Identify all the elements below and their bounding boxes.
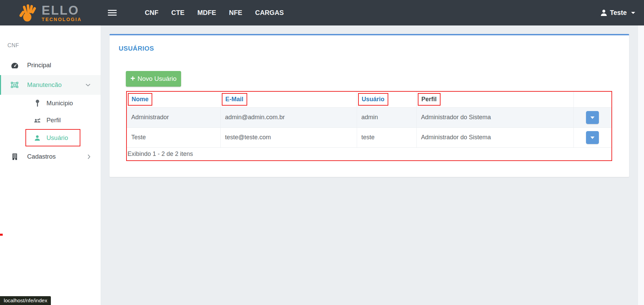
hand-icon: [19, 4, 39, 22]
row-actions-dropdown-button[interactable]: [586, 111, 599, 124]
annotation-red-dash: [0, 234, 3, 236]
chevron-down-icon: [85, 84, 91, 87]
column-header-perfil: Perfil: [418, 93, 441, 106]
object-group-icon: [10, 81, 19, 89]
cell-perfil: Administrador do Sistema: [416, 107, 573, 127]
hamburger-icon[interactable]: [108, 7, 119, 19]
main-nav: CNF CTE MDFE NFE CARGAS: [138, 0, 290, 25]
sidebar-item-label: Manutencão: [27, 81, 62, 89]
row-actions-dropdown-button[interactable]: [586, 131, 599, 144]
annotation-box-table: Nome E-Mail Usuário Perfil Administrador…: [126, 91, 612, 161]
building-icon: [10, 153, 19, 160]
caret-down-icon: [590, 116, 594, 119]
nav-item-nfe[interactable]: NFE: [222, 9, 249, 17]
cell-usuario: teste: [357, 127, 416, 147]
user-menu[interactable]: Teste: [600, 9, 636, 17]
sidebar-item-principal[interactable]: Principal: [0, 55, 101, 75]
new-user-button[interactable]: + Novo Usuário: [126, 71, 181, 87]
table-row: Teste teste@teste.com teste Administrado…: [127, 127, 611, 147]
main-content: USUÁRIOS + Novo Usuário Nome E-Mail Usuá…: [101, 25, 638, 305]
chevron-down-icon: [631, 12, 635, 14]
dashboard-gauge-icon: [10, 62, 19, 69]
column-header-email[interactable]: E-Mail: [222, 93, 247, 106]
users-icon: [34, 117, 41, 123]
sidebar-item-municipio[interactable]: Municipio: [0, 95, 101, 112]
sidebar-item-cadastros[interactable]: Cadastros: [0, 147, 101, 166]
users-table: Nome E-Mail Usuário Perfil Administrador…: [127, 92, 611, 160]
cell-email: teste@teste.com: [220, 127, 357, 147]
cell-email: admin@admin.com.br: [220, 107, 357, 127]
caret-down-icon: [590, 137, 594, 139]
cell-nome: Administrador: [127, 107, 220, 127]
column-header-nome[interactable]: Nome: [128, 93, 152, 106]
sidebar-item-label: Municipio: [46, 100, 73, 107]
user-icon: [600, 9, 607, 16]
table-footer-row: Exibindo 1 - 2 de 2 itens: [127, 147, 611, 160]
pagination-summary: Exibindo 1 - 2 de 2 itens: [127, 147, 611, 160]
sidebar-item-usuario[interactable]: Usuário: [26, 130, 80, 146]
brand-subtitle: TECNOLOGIA: [42, 17, 82, 22]
page-title: USUÁRIOS: [119, 45, 154, 52]
brand-logo[interactable]: ELLO TECNOLOGIA: [0, 0, 101, 25]
user-icon: [34, 135, 41, 141]
sidebar-item-label: Cadastros: [27, 153, 56, 160]
table-header-row: Nome E-Mail Usuário Perfil: [127, 92, 611, 107]
table-row: Administrador admin@admin.com.br admin A…: [127, 107, 611, 127]
nav-item-mdfe[interactable]: MDFE: [191, 9, 222, 17]
scrollbar[interactable]: [638, 25, 644, 305]
sidebar-item-label: Principal: [27, 61, 51, 69]
map-pin-icon: [34, 100, 41, 107]
top-navbar: ELLO TECNOLOGIA CNF CTE MDFE NFE CARGAS …: [0, 0, 644, 25]
sidebar-item-label: Perfil: [46, 116, 61, 124]
sidebar: CNF Principal Manutencão: [0, 25, 101, 305]
browser-status-bar: localhost/nfe/index: [0, 296, 51, 305]
usuarios-panel: USUÁRIOS + Novo Usuário Nome E-Mail Usuá…: [110, 34, 629, 177]
nav-item-cte[interactable]: CTE: [165, 9, 191, 17]
plus-icon: +: [130, 74, 135, 83]
new-user-button-label: Novo Usuário: [137, 75, 176, 83]
cell-usuario: admin: [357, 107, 416, 127]
nav-item-cnf[interactable]: CNF: [138, 9, 165, 17]
brand-name: ELLO: [42, 4, 79, 17]
sidebar-item-manutencao[interactable]: Manutencão: [0, 75, 101, 95]
user-name: Teste: [610, 9, 627, 17]
chevron-right-icon: [87, 154, 91, 159]
nav-item-cargas[interactable]: CARGAS: [249, 9, 290, 17]
cell-perfil: Administrador do Sistema: [416, 127, 573, 147]
sidebar-item-perfil[interactable]: Perfil: [0, 112, 101, 129]
column-header-usuario[interactable]: Usuário: [358, 93, 388, 106]
sidebar-item-label: Usuário: [46, 134, 68, 142]
column-header-actions: [573, 92, 611, 107]
annotation-box-usuario: Usuário: [25, 129, 80, 146]
cell-nome: Teste: [127, 127, 220, 147]
sidebar-section-label: CNF: [7, 42, 101, 49]
